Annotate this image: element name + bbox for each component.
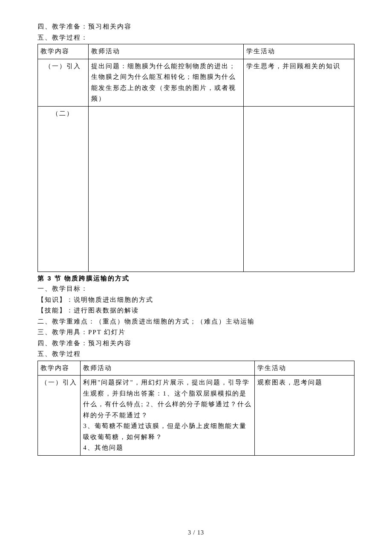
tools-line: 三、教学用具：PPT 幻灯片 [37,327,355,338]
row1-student: 观察图表，思考问题 [254,376,354,456]
header-student: 学生活动 [254,361,354,376]
row1-student: 学生思考，并回顾相关的知识 [243,59,354,106]
header-teacher: 教师活动 [88,44,243,59]
teacher-text-1: 利用"问题探讨"，用幻灯片展示，提出问题，引导学生观察，并归纳出答案：1、这个脂… [83,377,252,421]
teaching-table-2: 教学内容 教师活动 学生活动 （一）引入 利用"问题探讨"，用幻灯片展示，提出问… [37,361,355,456]
row1-teacher: 提出问题：细胞膜为什么能控制物质的进出；生物膜之间为什么能互相转化；细胞膜为什么… [88,59,243,106]
table-header-row: 教学内容 教师活动 学生活动 [38,44,355,59]
keypoints-line: 二、教学重难点：（重点）物质进出细胞的方式；（难点）主动运输 [37,316,355,327]
header-content: 教学内容 [38,44,89,59]
knowledge-line: 【知识】：说明物质进出细胞的方式 [37,295,355,306]
row2-content: （二） [38,106,89,272]
header-teacher: 教师活动 [81,361,255,376]
skill-line: 【技能】：进行图表数据的解读 [37,305,355,316]
process-line: 五、教学过程： [37,32,355,43]
row1-content: （一）引入 [38,59,89,106]
prep-line-2: 四、教学准备：预习相关内容 [37,338,355,349]
teacher-text-2: 3、葡萄糖不能通过该膜，但是小肠上皮细胞能大量吸收葡萄糖，如何解释？ [83,421,252,442]
section3-title: 第 3 节 物质跨膜运输的方式 [37,273,355,284]
teaching-table-1: 教学内容 教师活动 学生活动 （一）引入 提出问题：细胞膜为什么能控制物质的进出… [37,44,355,272]
table-row: （二） [38,106,355,272]
header-content: 教学内容 [38,361,81,376]
row2-student [243,106,354,272]
process-line-2: 五、教学过程 [37,349,355,360]
row2-teacher [88,106,243,272]
table-row: （一）引入 提出问题：细胞膜为什么能控制物质的进出；生物膜之间为什么能互相转化；… [38,59,355,106]
header-student: 学生活动 [243,44,354,59]
row1-content: （一）引入 [38,376,81,456]
teacher-text-3: 4、其他问题 [83,442,252,454]
page-number: 3 / 13 [0,528,392,538]
table-header-row: 教学内容 教师活动 学生活动 [38,361,355,376]
row1-teacher: 利用"问题探讨"，用幻灯片展示，提出问题，引导学生观察，并归纳出答案：1、这个脂… [81,376,255,456]
table-row: （一）引入 利用"问题探讨"，用幻灯片展示，提出问题，引导学生观察，并归纳出答案… [38,376,355,456]
prep-line: 四、教学准备：预习相关内容 [37,21,355,32]
objectives-line: 一、教学目标： [37,283,355,295]
